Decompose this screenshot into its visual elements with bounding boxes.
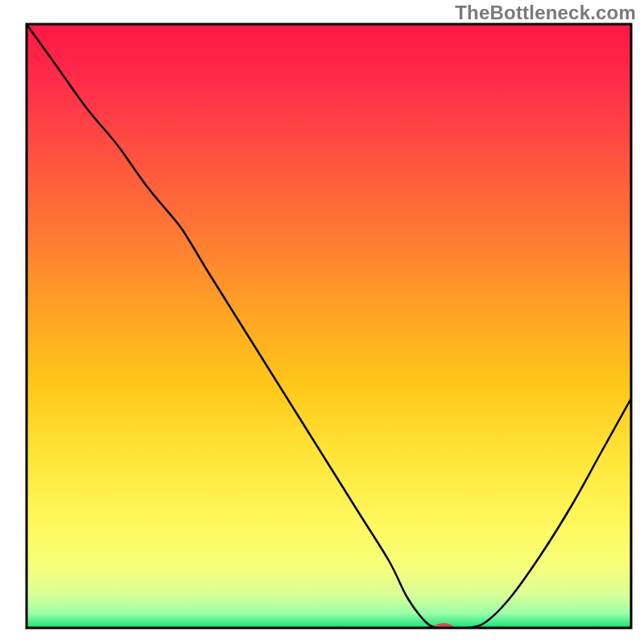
plot-background	[27, 24, 631, 628]
bottleneck-chart: TheBottleneck.com	[0, 0, 644, 644]
watermark-text: TheBottleneck.com	[455, 2, 636, 24]
chart-svg	[0, 0, 644, 644]
